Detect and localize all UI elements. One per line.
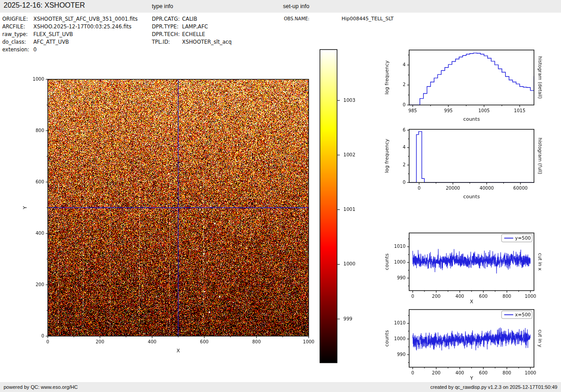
metadata-value: AFC_ATT_UVB: [33, 39, 69, 45]
metadata-row: DPR.TYPE:LAMP,AFC: [152, 23, 232, 31]
footer-created-by: created by qc_rawdisp.py v1.2.3 on 2025-…: [430, 382, 557, 392]
metadata-row: ARCFILE:XSHOO.2025-12-17T00:03:25.246.fi…: [2, 23, 137, 31]
metadata-label: ARCFILE:: [2, 23, 33, 31]
metadata-value: CALIB: [182, 16, 197, 22]
metadata-value: ECHELLE: [182, 31, 205, 37]
section-header-setup-info: set-up info: [283, 3, 309, 9]
qc-report-page: 2025-12-16: XSHOOTER type info set-up in…: [0, 0, 561, 392]
page-title: 2025-12-16: XSHOOTER: [4, 1, 85, 9]
footer-powered-by: powered by QC: www.eso.org/HC: [4, 382, 78, 392]
metadata-label: raw_type:: [2, 31, 33, 38]
histogram-full-plot: [381, 126, 561, 204]
metadata-row: DPR.CATG:CALIB: [152, 15, 232, 23]
metadata-value: FLEX_SLIT_UVB: [33, 31, 73, 37]
metadata-label: extension:: [2, 46, 33, 54]
metadata-label: DPR.CATG:: [152, 15, 182, 23]
metadata-label: TPL.ID:: [152, 38, 182, 46]
metadata-label: DPR.TYPE:: [152, 23, 182, 31]
metadata-label: do_class:: [2, 38, 33, 46]
colorbar: [315, 45, 367, 374]
type-info-block: DPR.CATG:CALIBDPR.TYPE:LAMP,AFCDPR.TECH:…: [152, 15, 232, 46]
cut-in-y-plot: [381, 304, 561, 382]
metadata-row: DPR.TECH:ECHELLE: [152, 31, 232, 38]
metadata-value: XSHOOTER_SLT_AFC_UVB_351_0001.fits: [33, 16, 137, 22]
top-bar: 2025-12-16: XSHOOTER type info set-up in…: [0, 0, 561, 13]
metadata-value: XSHOO.2025-12-17T00:03:25.246.fits: [33, 23, 132, 30]
footer-bar: powered by QC: www.eso.org/HC created by…: [0, 382, 561, 392]
metadata-label: ORIGFILE:: [2, 15, 33, 23]
file-metadata-block: ORIGFILE:XSHOOTER_SLT_AFC_UVB_351_0001.f…: [2, 15, 137, 54]
metadata-row: ORIGFILE:XSHOOTER_SLT_AFC_UVB_351_0001.f…: [2, 15, 137, 23]
raw-frame-heatmap: [18, 72, 315, 372]
metadata-value: XSHOOTER_slt_acq: [182, 39, 232, 45]
histogram-detail-plot: [381, 45, 561, 124]
metadata-value: LAMP,AFC: [182, 23, 208, 30]
metadata-value: 0: [33, 46, 36, 53]
section-header-type-info: type info: [152, 3, 173, 9]
cut-in-x-plot: [381, 228, 561, 304]
metadata-row: extension:0: [2, 46, 137, 54]
metadata-label: OBS.NAME:: [284, 15, 342, 23]
setup-info-block: OBS.NAME:Hip008445_TELL_SLT: [284, 15, 394, 23]
metadata-row: raw_type:FLEX_SLIT_UVB: [2, 31, 137, 38]
metadata-row: TPL.ID:XSHOOTER_slt_acq: [152, 38, 232, 46]
metadata-label: DPR.TECH:: [152, 31, 182, 38]
metadata-value: Hip008445_TELL_SLT: [342, 16, 394, 22]
metadata-row: do_class:AFC_ATT_UVB: [2, 38, 137, 46]
metadata-row: OBS.NAME:Hip008445_TELL_SLT: [284, 15, 394, 23]
